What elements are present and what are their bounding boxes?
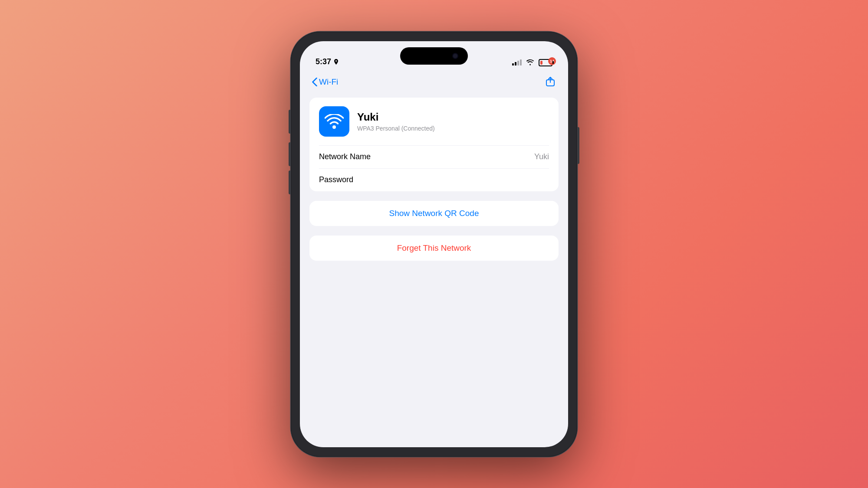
network-details: Yuki WPA3 Personal (Connected) xyxy=(357,111,435,132)
forget-network-card[interactable]: Forget This Network xyxy=(309,236,559,261)
network-security-type: WPA3 Personal (Connected) xyxy=(357,125,435,132)
time-display: 5:37 xyxy=(316,57,331,66)
wifi-status-icon xyxy=(526,59,534,66)
network-name-value: Yuki xyxy=(534,152,549,161)
network-name-row: Network Name Yuki xyxy=(309,146,559,168)
qr-code-label: Show Network QR Code xyxy=(389,209,479,218)
network-name-heading: Yuki xyxy=(357,111,435,123)
network-info-card: Yuki WPA3 Personal (Connected) Network N… xyxy=(309,98,559,191)
network-header: Yuki WPA3 Personal (Connected) xyxy=(309,98,559,145)
battery-fill xyxy=(540,61,542,65)
phone-device: 5:37 xyxy=(291,32,577,457)
status-time: 5:37 xyxy=(316,57,339,66)
battery-badge: 14 xyxy=(548,57,556,65)
forget-network-button[interactable]: Forget This Network xyxy=(309,236,559,261)
back-label: Wi-Fi xyxy=(319,77,338,87)
location-icon xyxy=(333,59,339,65)
network-name-label: Network Name xyxy=(319,152,371,161)
content-area: Yuki WPA3 Personal (Connected) Network N… xyxy=(300,93,568,447)
signal-icon xyxy=(512,59,522,66)
dynamic-island xyxy=(400,47,468,65)
password-label: Password xyxy=(319,175,353,184)
wifi-icon-box xyxy=(319,106,349,137)
nav-bar: Wi-Fi xyxy=(300,71,568,93)
phone-screen: 5:37 xyxy=(300,41,568,447)
status-right: 14 xyxy=(512,59,552,66)
battery-icon: 14 xyxy=(539,59,552,66)
back-button[interactable]: Wi-Fi xyxy=(312,77,338,87)
forget-network-label: Forget This Network xyxy=(397,243,471,253)
wifi-large-icon xyxy=(325,114,344,129)
battery-indicator: 14 xyxy=(539,59,552,66)
qr-code-card[interactable]: Show Network QR Code xyxy=(309,201,559,226)
front-camera xyxy=(452,53,458,59)
password-row[interactable]: Password xyxy=(309,169,559,191)
share-button[interactable] xyxy=(545,75,556,88)
show-qr-button[interactable]: Show Network QR Code xyxy=(309,201,559,226)
svg-point-1 xyxy=(332,125,336,129)
